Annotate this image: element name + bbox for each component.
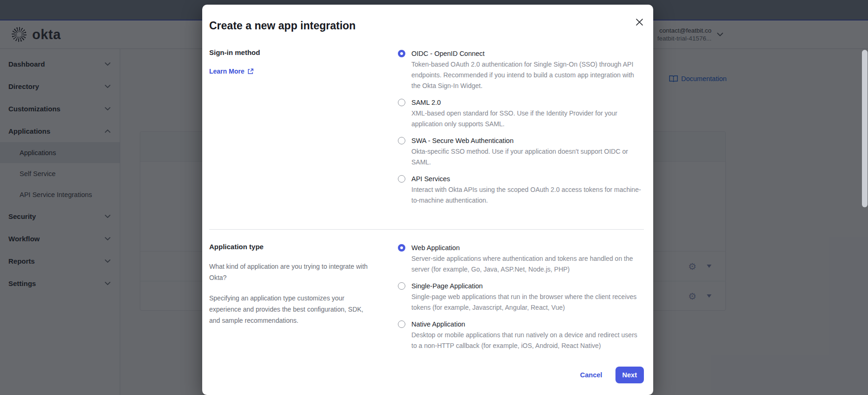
signin-option-swa[interactable]: SWA - Secure Web Authentication Okta-spe… [398,136,644,168]
radio-selected-icon[interactable] [398,50,405,57]
next-button[interactable]: Next [615,367,644,383]
section-divider [209,229,644,230]
cancel-button[interactable]: Cancel [580,371,602,379]
application-type-help: Specifying an application type customize… [209,293,375,326]
application-type-help: What kind of application are you trying … [209,261,375,283]
apptype-option-native[interactable]: Native Application Desktop or mobile app… [398,319,644,351]
signin-method-section: Sign-in method Learn More OIDC - OpenID … [209,48,644,212]
option-description: Single-page web applications that run in… [411,292,644,313]
learn-more-link[interactable]: Learn More [209,68,253,75]
option-description: Server-side applications where authentic… [411,253,644,275]
option-name: SWA - Secure Web Authentication [411,136,644,146]
option-name: Web Application [411,243,644,253]
radio-icon[interactable] [398,282,405,290]
option-name: Native Application [411,319,644,330]
option-name: Single-Page Application [411,281,644,292]
radio-icon[interactable] [398,137,405,144]
option-description: Desktop or mobile applications that run … [411,330,644,351]
external-link-icon [247,68,253,75]
radio-selected-icon[interactable] [398,244,405,252]
option-description: XML-based open standard for SSO. Use if … [411,108,644,129]
radio-icon[interactable] [398,320,405,328]
modal-title: Create a new app integration [209,20,644,32]
signin-method-label: Sign-in method [209,48,375,56]
create-app-integration-modal: Create a new app integration Sign-in met… [202,5,653,395]
radio-icon[interactable] [398,99,405,106]
radio-icon[interactable] [398,175,405,183]
option-name: OIDC - OpenID Connect [411,48,644,59]
modal-footer: Cancel Next [580,367,644,383]
signin-option-saml[interactable]: SAML 2.0 XML-based open standard for SSO… [398,97,644,129]
option-name: API Services [411,174,644,184]
signin-option-oidc[interactable]: OIDC - OpenID Connect Token-based OAuth … [398,48,644,91]
option-description: Interact with Okta APIs using the scoped… [411,184,644,206]
apptype-option-spa[interactable]: Single-Page Application Single-page web … [398,281,644,313]
scrollbar-thumb[interactable] [862,50,868,207]
learn-more-label: Learn More [209,68,244,75]
signin-option-api-services[interactable]: API Services Interact with Okta APIs usi… [398,174,644,206]
application-type-label: Application type [209,243,375,251]
application-type-section: Application type What kind of applicatio… [209,243,644,357]
apptype-option-web[interactable]: Web Application Server-side applications… [398,243,644,275]
option-name: SAML 2.0 [411,97,644,108]
option-description: Okta-specific SSO method. Use if your ap… [411,146,644,168]
option-description: Token-based OAuth 2.0 authentication for… [411,59,644,91]
close-icon[interactable] [634,17,645,27]
